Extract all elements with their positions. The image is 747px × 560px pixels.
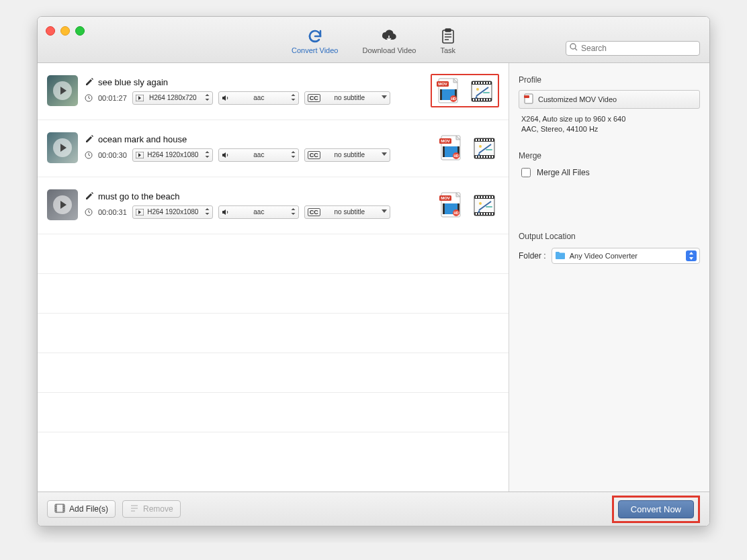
edit-video-icon[interactable] <box>472 191 496 218</box>
minimize-window-button[interactable] <box>60 26 70 36</box>
remove-label: Remove <box>143 504 173 514</box>
svg-rect-90 <box>489 213 490 215</box>
svg-rect-93 <box>486 206 492 207</box>
svg-rect-82 <box>486 196 488 198</box>
pencil-icon[interactable] <box>85 191 94 201</box>
convert-now-button[interactable]: Convert Now <box>618 500 694 518</box>
svg-rect-59 <box>484 156 485 158</box>
merge-all-checkbox[interactable] <box>521 168 531 177</box>
pencil-icon[interactable] <box>85 77 94 87</box>
add-files-button[interactable]: Add File(s) <box>47 500 116 518</box>
edit-video-icon[interactable] <box>472 134 496 161</box>
speaker-icon <box>222 209 230 216</box>
close-window-button[interactable] <box>46 26 55 36</box>
file-row[interactable]: ocean mark and house 00:00:30 H264 1920x… <box>38 120 509 177</box>
audio-format-label: aac <box>253 94 264 101</box>
svg-rect-1 <box>445 29 451 32</box>
audio-format-selector[interactable]: aac <box>218 91 299 105</box>
svg-rect-42 <box>443 146 445 157</box>
footer-bar: Add File(s) Remove Convert Now <box>38 492 709 526</box>
folder-label: Folder : <box>519 251 546 261</box>
svg-rect-58 <box>481 156 482 158</box>
output-preset-icon[interactable]: MOV HD <box>439 134 463 161</box>
clock-icon <box>85 151 93 159</box>
search-input[interactable] <box>566 41 700 56</box>
search-icon <box>570 43 578 53</box>
file-row[interactable]: see blue sly again 00:01:27 H264 1280x72… <box>38 63 509 120</box>
chevron-down-icon <box>382 152 387 158</box>
convert-now-label: Convert Now <box>631 504 681 514</box>
row-action-icons: MOV HD <box>431 74 499 107</box>
toolbar-tabs: Convert Video Download Video <box>292 28 455 54</box>
video-thumbnail[interactable] <box>47 75 78 106</box>
task-icon <box>441 28 455 44</box>
subtitle-label: no subtitle <box>335 208 365 216</box>
remove-button[interactable]: Remove <box>122 500 181 518</box>
speaker-icon <box>222 95 230 101</box>
svg-text:HD: HD <box>453 211 459 215</box>
svg-rect-61 <box>489 156 490 158</box>
output-preset-icon[interactable]: MOV HD <box>436 77 460 104</box>
subtitle-label: no subtitle <box>335 94 365 101</box>
mov-profile-icon <box>523 93 534 105</box>
tab-download-video[interactable]: Download Video <box>362 28 416 54</box>
video-format-label: H264 1920x1080 <box>147 151 198 158</box>
chevron-up-down-icon <box>291 208 296 216</box>
svg-rect-13 <box>440 89 442 100</box>
folder-value: Any Video Converter <box>570 252 638 260</box>
svg-point-63 <box>479 145 482 148</box>
tab-label: Download Video <box>362 46 416 54</box>
svg-rect-84 <box>492 196 493 198</box>
file-duration: 00:00:30 <box>98 151 127 159</box>
svg-rect-81 <box>484 196 485 198</box>
svg-rect-64 <box>486 149 492 150</box>
svg-rect-54 <box>489 139 490 141</box>
merge-header: Merge <box>519 151 700 160</box>
edit-video-icon[interactable] <box>470 77 494 104</box>
video-format-selector[interactable]: H264 1280x720 <box>132 91 213 105</box>
file-title: see blue sly again <box>98 77 168 87</box>
tab-task[interactable]: Task <box>440 28 455 54</box>
speaker-icon <box>222 152 230 158</box>
titlebar: Convert Video Download Video <box>38 17 709 63</box>
video-format-selector[interactable]: H264 1920x1080 <box>132 148 213 162</box>
tab-convert-video[interactable]: Convert Video <box>292 28 339 54</box>
folder-icon <box>555 251 566 261</box>
main-body: see blue sly again 00:01:27 H264 1280x72… <box>38 63 709 492</box>
video-format-selector[interactable]: H264 1920x1080 <box>132 205 213 219</box>
svg-rect-23 <box>481 82 482 84</box>
svg-rect-85 <box>476 213 477 215</box>
svg-rect-33 <box>489 99 490 101</box>
svg-rect-83 <box>489 196 490 198</box>
output-folder-selector[interactable]: Any Video Converter <box>552 248 700 264</box>
maximize-window-button[interactable] <box>75 26 85 36</box>
subtitle-selector[interactable]: CC no subtitle <box>304 91 390 105</box>
cc-icon: CC <box>308 94 320 102</box>
audio-format-selector[interactable]: aac <box>218 148 299 162</box>
video-thumbnail[interactable] <box>47 189 78 220</box>
search-box <box>566 41 700 56</box>
empty-row <box>38 393 509 432</box>
pencil-icon[interactable] <box>85 134 94 144</box>
subtitle-selector[interactable]: CC no subtitle <box>304 205 390 219</box>
chevron-up-down-icon <box>291 151 296 159</box>
subtitle-label: no subtitle <box>335 151 365 158</box>
chevron-down-icon <box>382 95 387 101</box>
file-row[interactable]: must go to the beach 00:00:31 H264 1920x… <box>38 177 509 234</box>
convert-highlight: Convert Now <box>612 496 700 523</box>
svg-text:HD: HD <box>453 154 459 158</box>
file-duration: 00:01:27 <box>98 94 127 102</box>
profile-detail-line: X264, Auto size up to 960 x 640 <box>521 114 700 124</box>
file-meta: ocean mark and house 00:00:30 H264 1920x… <box>85 134 432 162</box>
cc-icon: CC <box>308 208 320 216</box>
svg-rect-49 <box>476 139 477 141</box>
output-preset-icon[interactable]: MOV HD <box>439 191 463 218</box>
video-thumbnail[interactable] <box>47 132 78 163</box>
subtitle-selector[interactable]: CC no subtitle <box>304 148 390 162</box>
audio-format-selector[interactable]: aac <box>218 205 299 219</box>
profile-selector[interactable]: Customized MOV Video <box>519 90 700 109</box>
svg-rect-29 <box>478 99 480 101</box>
video-icon <box>136 209 144 216</box>
video-format-label: H264 1920x1080 <box>147 208 198 216</box>
svg-rect-87 <box>481 213 482 215</box>
